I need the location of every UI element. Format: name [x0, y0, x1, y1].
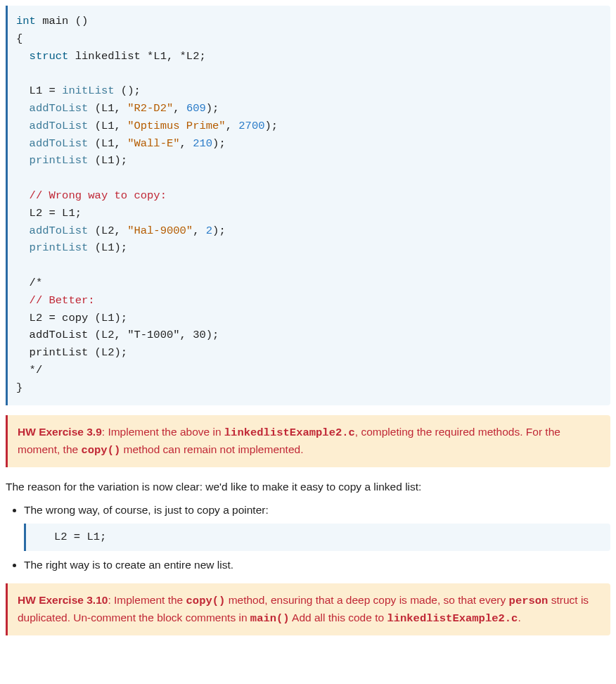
indent — [16, 120, 30, 132]
call-initlist: initList — [62, 84, 114, 97]
exercise-text: method can remain not implemented. — [120, 443, 303, 455]
block-comment-open: /* — [16, 277, 42, 289]
exercise-text: Add all this code to — [290, 612, 387, 623]
call-args: (L1); — [88, 154, 127, 167]
inline-code-copy: copy() — [81, 444, 120, 457]
call-printlist: printList — [30, 154, 89, 167]
exercise-3-9: HW Exercise 3.9: Implement the above in … — [6, 415, 610, 467]
call-args: (); — [115, 84, 141, 97]
exercise-label: HW Exercise 3.10 — [18, 594, 108, 606]
string-walle: "Wall-E" — [127, 137, 179, 150]
comma: , — [193, 224, 206, 237]
num-2: 2 — [206, 224, 212, 237]
call-args: (L1, — [88, 120, 127, 132]
call-addtolist: addToList — [30, 120, 89, 132]
exercise-label: HW Exercise 3.9 — [18, 426, 102, 438]
exercise-text: . — [518, 612, 520, 623]
keyword-int: int — [16, 15, 36, 27]
exercise-text: method, ensuring that a deep copy is mad… — [225, 594, 508, 606]
call-args: (L1); — [88, 241, 127, 254]
inline-code-person: person — [509, 595, 548, 607]
main-decl: main () — [36, 15, 88, 27]
paren-close: ); — [265, 120, 278, 132]
string-optimus: "Optimus Prime" — [127, 120, 226, 132]
brace-open: { — [16, 32, 23, 45]
exercise-text: : Implement the above in — [102, 426, 224, 438]
indent — [16, 137, 30, 150]
call-args: (L2, — [88, 224, 127, 237]
assign-l2-l1: L2 = L1; — [16, 207, 82, 220]
call-addtolist: addToList — [30, 224, 89, 237]
body-intro-text: The reason for the variation is now clea… — [6, 479, 610, 495]
indent — [16, 102, 30, 115]
indent — [16, 154, 30, 167]
paren-close: ); — [212, 137, 226, 150]
comment-wrong-way: // Wrong way to copy: — [16, 189, 167, 202]
inline-code-copy: copy() — [186, 595, 226, 607]
keyword-struct: struct — [30, 50, 69, 63]
assign-l2-copy: L2 = copy (L1); — [16, 312, 127, 324]
paren-close: ); — [206, 102, 219, 115]
list-item-wrong-way: The wrong way, of course, is just to cop… — [24, 502, 610, 552]
wrong-way-code: L2 = L1; — [24, 524, 610, 551]
call-addtolist: addToList — [30, 102, 89, 115]
comma: , — [173, 102, 186, 115]
exercise-text: : Implement the — [108, 594, 186, 606]
main-code-block: int main () { struct linkedlist *L1, *L2… — [6, 6, 610, 405]
comment-better: // Better: — [16, 294, 95, 307]
comma: , — [180, 137, 193, 150]
string-hal9000: "Hal-9000" — [127, 224, 193, 237]
inline-code-main: main() — [250, 612, 290, 625]
indent — [16, 50, 30, 63]
call-args: (L1, — [88, 137, 127, 150]
num-2700: 2700 — [238, 120, 264, 132]
block-comment-close: */ — [16, 364, 42, 376]
print-l2: printList (L2); — [16, 346, 127, 359]
explanation-list: The wrong way, of course, is just to cop… — [6, 502, 610, 574]
paren-close: ); — [212, 224, 226, 237]
num-210: 210 — [193, 137, 212, 150]
var-decl: linkedlist *L1, *L2; — [68, 50, 205, 63]
inline-code-filename: linkedlistExample2.c — [224, 426, 355, 439]
brace-close: } — [16, 381, 23, 394]
add-t1000: addToList (L2, "T-1000", 30); — [16, 329, 219, 341]
call-addtolist: addToList — [30, 137, 89, 150]
exercise-3-10: HW Exercise 3.10: Implement the copy() m… — [6, 583, 610, 635]
indent — [16, 224, 30, 237]
indent — [16, 241, 30, 254]
call-printlist: printList — [30, 241, 89, 254]
string-r2d2: "R2-D2" — [127, 102, 173, 115]
call-args: (L1, — [88, 102, 127, 115]
num-609: 609 — [186, 102, 206, 115]
bullet-text: The right way is to create an entire new… — [24, 559, 233, 571]
inline-code-filename: linkedlistExample2.c — [387, 612, 518, 625]
comma: , — [226, 120, 239, 132]
bullet-text: The wrong way, of course, is just to cop… — [24, 504, 269, 516]
list-item-right-way: The right way is to create an entire new… — [24, 557, 610, 573]
indent: L1 = — [16, 84, 62, 97]
